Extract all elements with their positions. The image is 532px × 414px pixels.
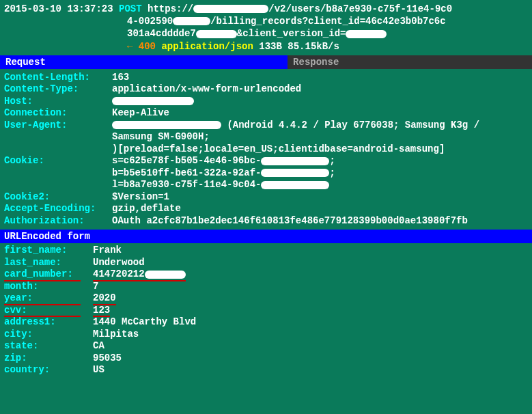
request-url-cont1: 4-002590/billing_records?client_id=46c42… — [4, 15, 528, 27]
form-key: year: — [4, 292, 93, 305]
form-key: state: — [4, 340, 93, 353]
form-value: 2020 — [93, 292, 116, 305]
header-value: OAuth a2cfc87b1be2dec146f610813fe486e779… — [112, 215, 528, 227]
form-key: last_name: — [4, 257, 93, 269]
form-key: city: — [4, 329, 93, 341]
header-value: )[preload=false;locale=en_US;clientidbas… — [112, 143, 528, 156]
tab-request[interactable]: Request — [0, 55, 288, 69]
section-urlencoded-form: URLEncoded form — [0, 230, 532, 243]
header-name: Host: — [4, 96, 112, 108]
form-value: Milpitas — [93, 329, 139, 341]
http-method: POST — [119, 3, 142, 14]
form-key: country: — [4, 364, 93, 376]
header-name: Content-Type: — [4, 83, 112, 96]
tab-response[interactable]: Response — [288, 55, 532, 69]
form-key: address1: — [4, 316, 93, 329]
timestamp: 2015-03-10 13:37:23 — [4, 3, 113, 14]
header-name: Content-Length: — [4, 72, 112, 84]
header-name: Authorization: — [4, 215, 112, 227]
form-value: Frank — [93, 245, 122, 257]
form-key: card_number: — [4, 268, 93, 281]
http-status: 400 — [139, 41, 156, 52]
header-value: application/x-www-form-urlencoded — [112, 83, 528, 96]
response-summary: ← 400 application/json 133B 85.15kB/s — [4, 40, 528, 53]
request-url: https:///v2/users/b8a7e930-c75f-11e4-9c0 — [148, 3, 452, 14]
header-value — [112, 96, 528, 108]
header-name: Cookie: — [4, 155, 112, 167]
header-name: User-Agent: — [4, 120, 112, 132]
request-line: 2015-03-10 13:37:23 POST https:///v2/use… — [0, 0, 532, 55]
form-data: first_name:Frank last_name:Underwood car… — [0, 243, 532, 378]
header-value: $Version=1 — [112, 191, 528, 204]
arrow-left-icon: ← — [127, 41, 132, 52]
form-value: 7 — [93, 281, 98, 293]
form-key: first_name: — [4, 245, 93, 257]
header-name: Cookie2: — [4, 191, 112, 204]
request-headers: Content-Length:163 Content-Type:applicat… — [0, 69, 532, 230]
header-value: b=b5e510ff-be61-322a-92af-; — [112, 167, 528, 180]
header-value: 163 — [112, 72, 528, 84]
response-mime: application/json — [161, 41, 253, 52]
form-value: US — [93, 364, 104, 376]
header-value: l=b8a7e930-c75f-11e4-9c04- — [112, 179, 528, 191]
header-value: gzip,deflate — [112, 203, 528, 215]
form-value: 123 — [93, 305, 110, 317]
form-value: 95035 — [93, 353, 122, 365]
response-meta: 133B 85.15kB/s — [259, 41, 339, 52]
form-key: cvv: — [4, 305, 93, 317]
form-value: Underwood — [93, 257, 145, 269]
form-value: 414720212 — [93, 268, 186, 281]
header-value: Samsung SM-G900H; — [112, 131, 528, 143]
header-value: (Android 4.4.2 / Play 6776038; Samsung K… — [112, 120, 528, 132]
tabs: Request Response — [0, 55, 532, 69]
header-name: Connection: — [4, 107, 112, 120]
header-value: Keep-Alive — [112, 107, 528, 120]
request-url-cont2: 301a4cdddde7&client_version_id= — [4, 27, 528, 40]
form-value: 1440 McCarthy Blvd — [93, 316, 196, 329]
header-name: Accept-Encoding: — [4, 203, 112, 215]
form-value: CA — [93, 340, 104, 353]
form-key: zip: — [4, 353, 93, 365]
header-value: s=c625e78f-b505-4e46-96bc-; — [112, 155, 528, 167]
form-key: month: — [4, 281, 93, 293]
